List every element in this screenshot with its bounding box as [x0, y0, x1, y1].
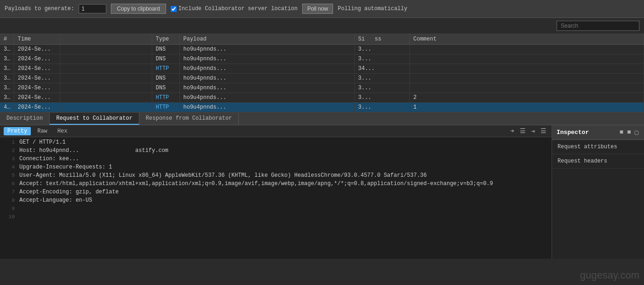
cell-id: 37 — [0, 74, 14, 83]
cell-size: 3... — [354, 83, 409, 93]
wrap-icon[interactable]: ⇥ — [530, 127, 536, 135]
cell-time: 2024-Se... — [14, 54, 60, 64]
inspector-item[interactable]: Request headers — [552, 154, 644, 169]
col-time: Time — [14, 34, 60, 45]
line-number: 4 — [4, 164, 15, 170]
line-content: Accept-Encoding: gzip, deflate — [19, 189, 119, 195]
view-tab-raw[interactable]: Raw — [34, 127, 51, 135]
col-size: Si ss — [354, 34, 409, 45]
col-type: Type — [152, 34, 179, 45]
code-line: 4 Upgrade-Insecure-Requests: 1 — [4, 164, 548, 172]
code-line: 8 Accept-Language: en-US — [4, 197, 548, 205]
line-number: 6 — [4, 180, 15, 186]
table-row[interactable]: 38 2024-Se... DNS ho9u4pnnds... 3... — [0, 83, 644, 93]
inspector-title: Inspector — [557, 129, 589, 136]
inspector-items: Request attributesRequest headers — [552, 140, 644, 169]
line-content: Upgrade-Insecure-Requests: 1 — [19, 164, 112, 170]
code-line: 9 — [4, 205, 548, 214]
tab-request-to-collaborator[interactable]: Request to Collaborator — [50, 113, 139, 125]
cell-comment — [409, 54, 644, 64]
line-number: 5 — [4, 172, 15, 178]
inspector-list-icon[interactable]: ■ — [626, 128, 632, 137]
cell-comment — [409, 74, 644, 83]
cell-comment — [409, 64, 644, 74]
inspector-expand-icon[interactable]: ▢ — [634, 128, 639, 137]
cell-spacer — [60, 103, 152, 112]
cell-payload: ho9u4pnnds... — [179, 83, 354, 93]
tab-response-from-collaborator[interactable]: Response from Collaborator — [139, 113, 239, 125]
line-content: Connection: kee... — [19, 156, 79, 162]
watermark: gugesay.com — [580, 269, 639, 281]
poll-status: Polling automatically — [338, 6, 407, 12]
cell-type: HTTP — [152, 103, 179, 112]
line-number: 10 — [4, 214, 15, 220]
cell-comment — [409, 45, 644, 54]
send-icon[interactable]: ➜ — [509, 127, 515, 135]
code-body: 1 GET / HTTP/1.1 2 Host: ho9u4pnnd... as… — [0, 137, 552, 224]
cell-time: 2024-Se... — [14, 45, 60, 54]
cell-id: 40 — [0, 103, 14, 112]
code-toolbar: Pretty Raw Hex ➜ ☰ ⇥ ☰ — [0, 125, 552, 137]
poll-now-button[interactable]: Poll now — [302, 4, 333, 14]
search-bar-row — [0, 18, 644, 34]
copy-button[interactable]: Copy to clipboard — [111, 4, 166, 14]
table-header-row: # Time Type Payload Si ss Comment — [0, 34, 644, 45]
interactions-table: # Time Type Payload Si ss Comment 34 202… — [0, 34, 644, 112]
line-content: GET / HTTP/1.1 — [19, 139, 66, 145]
table-row[interactable]: 35 2024-Se... DNS ho9u4pnnds... 3... — [0, 54, 644, 64]
cell-payload: ho9u4pnnds... — [179, 64, 354, 74]
cell-size: 3... — [354, 54, 409, 64]
cell-type: DNS — [152, 45, 179, 54]
cell-spacer — [60, 54, 152, 64]
col-id: # — [0, 34, 14, 45]
inspector-panel: Inspector ■ ■ ▢ Request attributesReques… — [552, 125, 644, 259]
table-row[interactable]: 40 2024-Se... HTTP ho9u4pnnds... 3... 1 — [0, 103, 644, 112]
cell-size: 3... — [354, 103, 409, 112]
table-row[interactable]: 36 2024-Se... HTTP ho9u4pnnds... 34... — [0, 64, 644, 74]
code-line: 6 Accept: text/html,application/xhtml+xm… — [4, 180, 548, 189]
inspector-grid-icon[interactable]: ■ — [619, 128, 624, 137]
inspector-item[interactable]: Request attributes — [552, 140, 644, 154]
line-number: 2 — [4, 147, 15, 153]
table-row[interactable]: 34 2024-Se... DNS ho9u4pnnds... 3... — [0, 45, 644, 54]
tab-description[interactable]: Description — [0, 113, 50, 125]
cell-time: 2024-Se... — [14, 64, 60, 74]
cell-id: 36 — [0, 64, 14, 74]
line-number: 3 — [4, 156, 15, 162]
expand-icon[interactable]: ☰ — [539, 127, 548, 135]
cell-type: DNS — [152, 83, 179, 93]
code-panel: Pretty Raw Hex ➜ ☰ ⇥ ☰ 1 GET / HTTP/1.1 … — [0, 125, 552, 259]
table-row[interactable]: 37 2024-Se... DNS ho9u4pnnds... 3... — [0, 74, 644, 83]
code-line: 7 Accept-Encoding: gzip, deflate — [4, 189, 548, 197]
cell-spacer — [60, 64, 152, 74]
code-toolbar-icons: ➜ ☰ ⇥ ☰ — [509, 127, 548, 135]
payloads-label: Payloads to generate: — [5, 6, 74, 12]
cell-type: DNS — [152, 74, 179, 83]
detail-tabs: Description Request to Collaborator Resp… — [0, 113, 644, 125]
cell-size: 3... — [354, 74, 409, 83]
toolbar: Payloads to generate: Copy to clipboard … — [0, 0, 644, 18]
cell-time: 2024-Se... — [14, 103, 60, 112]
line-number: 1 — [4, 139, 15, 145]
code-line: 1 GET / HTTP/1.1 — [4, 139, 548, 147]
cell-comment — [409, 83, 644, 93]
table-row[interactable]: 39 2024-Se... HTTP ho9u4pnnds... 3... 2 — [0, 93, 644, 103]
line-content: Accept: text/html,application/xhtml+xml,… — [19, 180, 493, 187]
cell-spacer — [60, 74, 152, 83]
cell-payload: ho9u4pnnds... — [179, 103, 354, 112]
cell-spacer — [60, 93, 152, 103]
search-input[interactable] — [557, 21, 639, 31]
cell-payload: ho9u4pnnds... — [179, 93, 354, 103]
cell-type: DNS — [152, 54, 179, 64]
cell-payload: ho9u4pnnds... — [179, 74, 354, 83]
cell-comment: 1 — [409, 103, 644, 112]
cell-time: 2024-Se... — [14, 83, 60, 93]
line-number: 7 — [4, 189, 15, 195]
view-tab-hex[interactable]: Hex — [54, 127, 71, 135]
list-icon[interactable]: ☰ — [518, 127, 527, 135]
include-collaborator-label[interactable]: Include Collaborator server location — [171, 6, 298, 12]
include-collaborator-checkbox[interactable] — [171, 6, 177, 12]
view-tab-pretty[interactable]: Pretty — [4, 127, 31, 135]
payload-count-input[interactable] — [79, 4, 106, 13]
code-line: 10 — [4, 214, 548, 222]
